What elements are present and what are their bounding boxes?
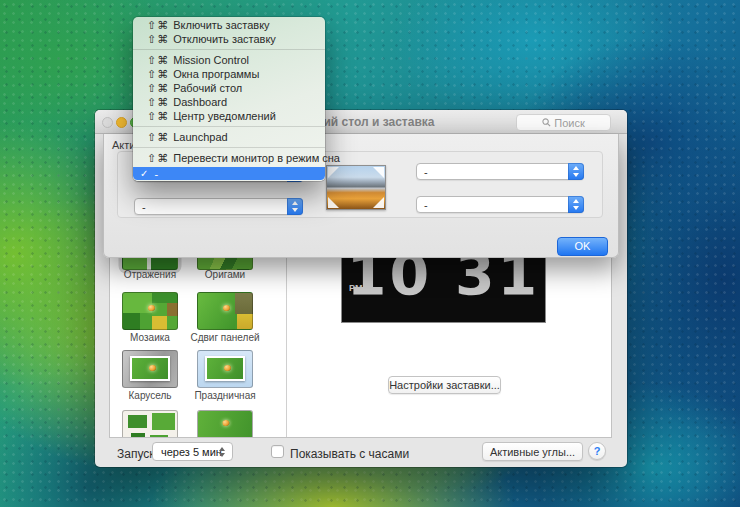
menu-item-mission-control[interactable]: ⇧⌘Mission Control (133, 53, 325, 67)
screen: Рабочий стол и заставка Поиск Отражения … (0, 0, 740, 507)
start-after-value: через 5 мин (161, 446, 222, 458)
search-placeholder: Поиск (554, 117, 584, 129)
screensaver-label: Оригами (188, 269, 262, 280)
menu-item-notification-center[interactable]: ⇧⌘Центр уведомлений (133, 109, 325, 123)
screensaver-label: Праздничная (188, 390, 262, 401)
menu-item-desktop[interactable]: ⇧⌘Рабочий стол (133, 81, 325, 95)
screensaver-label: Отражения (113, 269, 187, 280)
hot-corners-button[interactable]: Активные углы... (482, 442, 583, 461)
screensaver-label: Мозаика (113, 332, 187, 343)
corner-triangle-icon (328, 197, 339, 208)
screensaver-label: Карусель (113, 390, 187, 401)
menu-separator (133, 123, 325, 130)
screensaver-tile-mosaic[interactable] (122, 292, 178, 330)
clock-ampm: PM (349, 283, 363, 293)
tilted-photo-thumbnail (197, 410, 253, 437)
desktop-preview-thumbnail (326, 165, 386, 210)
menu-separator (133, 46, 325, 53)
menu-item-app-windows[interactable]: ⇧⌘Окна программы (133, 67, 325, 81)
close-button[interactable] (102, 117, 113, 128)
stepper-arrows-icon (219, 443, 227, 460)
menu-item-disable-screensaver[interactable]: ⇧⌘Отключить заставку (133, 32, 325, 46)
screensaver-label: Сдвиг панелей (188, 332, 262, 343)
menu-item-display-sleep[interactable]: ⇧⌘Перевести монитор в режим сна (133, 151, 325, 165)
corner-triangle-icon (373, 167, 384, 178)
mosaic-thumbnail (122, 292, 178, 330)
search-icon (542, 118, 551, 127)
menu-item-dashboard[interactable]: ⇧⌘Dashboard (133, 95, 325, 109)
popup-stepper-icon (287, 198, 303, 215)
menu-item-launchpad[interactable]: ⇧⌘Launchpad (133, 130, 325, 144)
popup-stepper-icon (568, 163, 584, 180)
shifting-tiles-thumbnail (197, 292, 253, 330)
screensaver-options-button[interactable]: Настройки заставки... (388, 376, 501, 394)
minimize-button[interactable] (116, 117, 127, 128)
hot-corner-popup-bottom-right[interactable]: - (416, 196, 584, 213)
popup-stepper-icon (568, 196, 584, 213)
holiday-thumbnail (197, 350, 253, 388)
corner-triangle-icon (328, 167, 339, 178)
screensaver-tile-holiday[interactable] (197, 350, 253, 388)
screensaver-tile-carousel[interactable] (122, 350, 178, 388)
hot-corner-popup-top-right[interactable]: - (416, 163, 584, 180)
checkmark-icon: ✓ (140, 168, 148, 179)
show-with-clock-label: Показывать с часами (290, 447, 409, 461)
menu-separator (133, 144, 325, 151)
carousel-thumbnail (122, 350, 178, 388)
ok-button[interactable]: OK (557, 237, 608, 256)
screensaver-tile-gallery[interactable] (122, 410, 178, 437)
menu-item-none-selected[interactable]: ✓- (133, 167, 325, 180)
help-button[interactable]: ? (588, 442, 606, 460)
search-field[interactable]: Поиск (516, 114, 611, 131)
show-with-clock-checkbox[interactable] (271, 445, 284, 458)
hot-corner-popup-bottom-left[interactable]: - (134, 198, 303, 215)
menu-item-enable-screensaver[interactable]: ⇧⌘Включить заставку (133, 18, 325, 32)
screensaver-tile-shifting-tiles[interactable] (197, 292, 253, 330)
start-after-popup[interactable]: через 5 мин (152, 442, 233, 461)
gallery-thumbnail (122, 410, 178, 437)
hot-corner-menu: ⇧⌘Включить заставку ⇧⌘Отключить заставку… (133, 17, 325, 181)
screensaver-tile-tilted[interactable] (197, 410, 253, 437)
corner-triangle-icon (373, 197, 384, 208)
